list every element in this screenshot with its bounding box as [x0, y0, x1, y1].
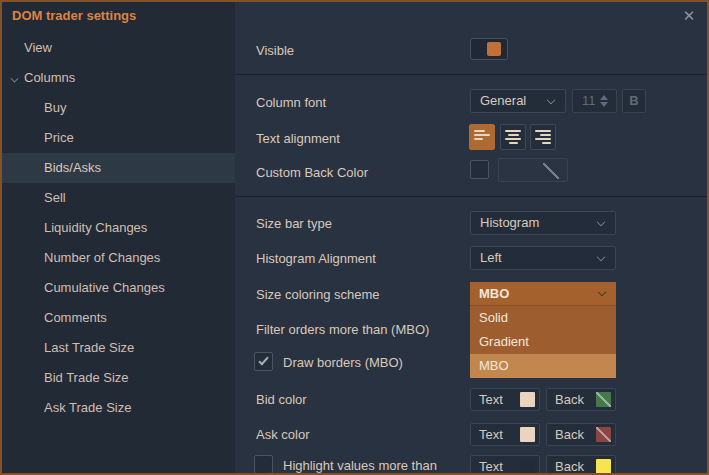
- sidebar-item-buy[interactable]: Buy: [2, 93, 235, 123]
- highlight-text-color-caption: Text: [479, 459, 503, 474]
- sidebar-item-cumulative-changes[interactable]: Cumulative Changes: [2, 273, 235, 303]
- chevron-down-icon: [598, 288, 606, 296]
- option-gradient[interactable]: Gradient: [470, 330, 616, 354]
- close-icon: ✕: [683, 7, 696, 24]
- ask-back-color-button[interactable]: Back: [546, 423, 616, 446]
- section-divider: [235, 74, 707, 75]
- sidebar: DOM trader settings View Columns Buy Pri…: [2, 2, 235, 473]
- ask-back-color-caption: Back: [555, 427, 584, 442]
- sidebar-item-bid-trade-size[interactable]: Bid Trade Size: [2, 363, 235, 393]
- sidebar-item-price[interactable]: Price: [2, 123, 235, 153]
- bold-button[interactable]: B: [622, 89, 646, 113]
- histogram-alignment-value: Left: [480, 250, 502, 265]
- sidebar-item-view[interactable]: View: [2, 33, 235, 63]
- settings-panel: ✕ Visible Column font General 11 B Text …: [235, 2, 707, 473]
- ask-text-color-caption: Text: [479, 427, 503, 442]
- highlight-text-color-button[interactable]: Text: [470, 455, 540, 475]
- size-coloring-scheme-value: MBO: [479, 286, 509, 301]
- font-select[interactable]: General: [470, 89, 566, 113]
- ask-text-color-swatch: [520, 427, 535, 442]
- ask-text-color-button[interactable]: Text: [470, 423, 540, 446]
- size-coloring-scheme-label: Size coloring scheme: [256, 287, 380, 302]
- spinner-up-icon[interactable]: [600, 95, 608, 100]
- chevron-down-icon: [547, 96, 555, 104]
- option-solid[interactable]: Solid: [470, 306, 616, 330]
- spinner-down-icon[interactable]: [600, 102, 608, 107]
- histogram-alignment-label: Histogram Alignment: [256, 251, 376, 266]
- sidebar-item-label: Columns: [24, 70, 75, 85]
- dom-trader-settings-dialog: DOM trader settings View Columns Buy Pri…: [0, 0, 709, 475]
- dropdown-options: Solid Gradient MBO: [470, 305, 616, 378]
- highlight-back-color-caption: Back: [555, 459, 584, 474]
- size-bar-type-value: Histogram: [480, 215, 539, 230]
- section-divider: [235, 196, 707, 197]
- align-right-icon: [535, 130, 551, 144]
- ask-color-label: Ask color: [256, 427, 309, 442]
- font-select-value: General: [480, 93, 526, 108]
- checkmark-icon: [258, 355, 268, 366]
- font-size-stepper[interactable]: 11: [572, 89, 617, 113]
- align-right-button[interactable]: [530, 124, 556, 150]
- sidebar-item-ask-trade-size[interactable]: Ask Trade Size: [2, 393, 235, 423]
- bid-back-color-caption: Back: [555, 392, 584, 407]
- sidebar-item-comments[interactable]: Comments: [2, 303, 235, 333]
- highlight-back-color-swatch: [596, 459, 611, 474]
- dialog-title: DOM trader settings: [12, 8, 136, 23]
- highlight-checkbox[interactable]: [254, 455, 273, 474]
- histogram-alignment-select[interactable]: Left: [470, 246, 616, 270]
- visible-label: Visible: [256, 43, 294, 58]
- ask-back-color-swatch: [596, 427, 611, 442]
- visible-toggle[interactable]: [470, 38, 508, 60]
- bid-text-color-swatch: [520, 392, 535, 407]
- sidebar-item-columns[interactable]: Columns: [2, 63, 235, 93]
- highlight-back-color-button[interactable]: Back: [546, 455, 616, 475]
- sidebar-item-last-trade-size[interactable]: Last Trade Size: [2, 333, 235, 363]
- draw-borders-label: Draw borders (MBO): [283, 355, 403, 370]
- toggle-knob: [487, 42, 501, 56]
- bid-color-label: Bid color: [256, 392, 307, 407]
- draw-borders-checkbox[interactable]: [254, 352, 273, 371]
- bid-text-color-caption: Text: [479, 392, 503, 407]
- size-coloring-scheme-select: MBO Solid Gradient MBO: [470, 282, 616, 378]
- text-alignment-label: Text alignment: [256, 131, 340, 146]
- highlight-text-color-swatch: [520, 459, 535, 474]
- bid-back-color-button[interactable]: Back: [546, 388, 616, 411]
- size-coloring-scheme-selected[interactable]: MBO: [470, 282, 616, 305]
- size-bar-type-label: Size bar type: [256, 216, 332, 231]
- custom-back-color-checkbox[interactable]: [470, 160, 489, 179]
- sidebar-item-liquidity-changes[interactable]: Liquidity Changes: [2, 213, 235, 243]
- align-center-icon: [505, 130, 521, 144]
- sidebar-item-sell[interactable]: Sell: [2, 183, 235, 213]
- option-mbo[interactable]: MBO: [470, 354, 616, 378]
- size-bar-type-select[interactable]: Histogram: [470, 211, 616, 235]
- bid-back-color-swatch: [596, 392, 611, 407]
- custom-back-color-label: Custom Back Color: [256, 165, 368, 180]
- sidebar-items: View Columns Buy Price Bids/Asks Sell Li…: [2, 33, 235, 423]
- font-size-value: 11: [582, 93, 596, 108]
- filter-orders-label: Filter orders more than (MBO): [256, 322, 429, 337]
- align-center-button[interactable]: [500, 124, 526, 150]
- chevron-down-icon: [597, 253, 605, 261]
- chevron-down-icon: [11, 75, 19, 83]
- bid-text-color-button[interactable]: Text: [470, 388, 540, 411]
- align-left-button[interactable]: [469, 124, 495, 150]
- sidebar-item-bids-asks[interactable]: Bids/Asks: [2, 153, 235, 183]
- custom-back-color-picker: [498, 158, 568, 182]
- chevron-down-icon: [597, 218, 605, 226]
- column-font-label: Column font: [256, 95, 326, 110]
- highlight-label: Highlight values more than: [283, 458, 437, 473]
- close-button[interactable]: ✕: [679, 6, 699, 26]
- align-left-icon: [474, 130, 490, 140]
- sidebar-item-number-of-changes[interactable]: Number of Changes: [2, 243, 235, 273]
